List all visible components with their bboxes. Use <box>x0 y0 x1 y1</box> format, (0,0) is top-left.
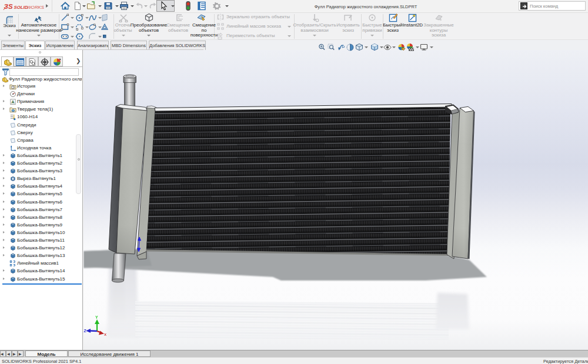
svg-text:Z: Z <box>84 329 87 333</box>
svg-text:X: X <box>104 333 106 336</box>
svg-text:ЗS: ЗS <box>4 3 13 10</box>
svg-text:Y: Y <box>95 315 98 319</box>
svg-text:SOLID: SOLID <box>14 5 28 10</box>
svg-text:WORKS: WORKS <box>27 5 45 10</box>
